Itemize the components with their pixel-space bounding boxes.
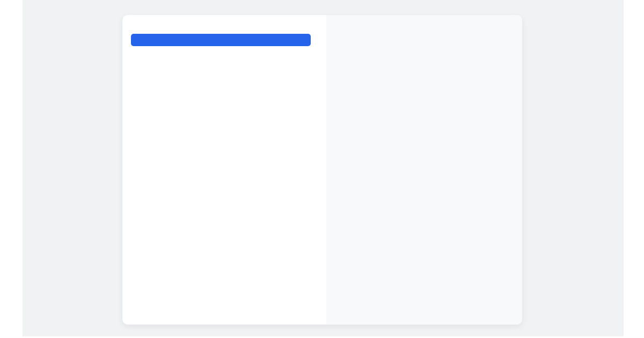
service-packages-panel [326,15,522,325]
booking-form-panel [122,15,319,325]
page-background [23,0,624,336]
content-card [122,15,522,325]
submit-booking-button[interactable] [131,34,311,46]
